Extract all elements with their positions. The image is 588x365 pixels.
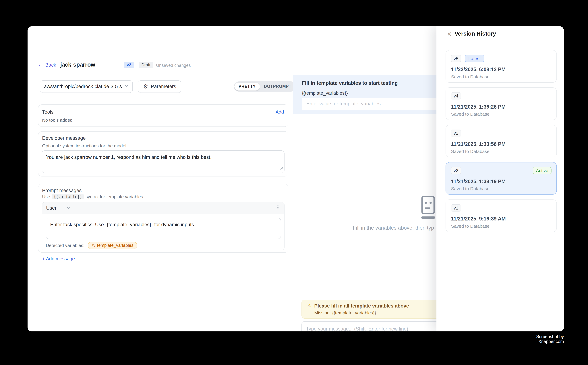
robot-icon: [421, 196, 435, 221]
version-history-title: Version History: [455, 30, 496, 37]
template-variable-label: {{template_variables}}: [302, 90, 348, 96]
latest-badge: Latest: [465, 55, 484, 62]
app-window: ← Back jack-sparrow v2 Draft Unsaved cha…: [28, 26, 564, 331]
prompt-messages-card: Prompt messages Use {{variable}} syntax …: [38, 184, 288, 253]
version-timestamp: 11/22/2025, 6:08:12 PM: [451, 67, 505, 72]
gear-icon: ⚙: [143, 84, 148, 89]
message-block: User Enter task specifics. Use {{templat…: [42, 202, 284, 250]
detected-variable-name: template_variables: [97, 243, 133, 248]
warning-missing-text: Missing: {{template_variables}}: [314, 310, 376, 316]
draft-status-badge: Draft: [139, 62, 153, 68]
version-history-divider: [436, 42, 564, 42]
version-number-badge: v1: [451, 204, 461, 211]
model-select[interactable]: aws/anthropic/bedrock-claude-3-5-s...: [40, 80, 133, 93]
version-card-v3[interactable]: v3 11/21/2025, 1:33:56 PM Saved to Datab…: [446, 125, 557, 157]
prompt-messages-title: Prompt messages: [42, 188, 82, 193]
prompt-message-input[interactable]: Enter task specifics. Use {{template_var…: [46, 218, 281, 239]
screenshot-stage: ← Back jack-sparrow v2 Draft Unsaved cha…: [0, 0, 588, 365]
model-select-value: aws/anthropic/bedrock-claude-3-5-s...: [44, 84, 124, 89]
developer-message-card: Developer message Optional system instru…: [38, 131, 288, 176]
version-number-badge: v2: [451, 167, 461, 174]
variable-syntax-chip: {{variable}}: [52, 194, 84, 199]
version-saved-status: Saved to Database: [451, 112, 490, 117]
version-timestamp: 11/21/2025, 9:16:39 AM: [451, 216, 506, 222]
tools-title: Tools: [42, 109, 54, 115]
developer-message-input[interactable]: You are jack sparrow number 1, respond a…: [42, 150, 284, 173]
parameters-label: Parameters: [151, 84, 176, 89]
close-icon[interactable]: ✕: [447, 31, 452, 37]
developer-message-subtitle: Optional system instructions for the mod…: [42, 143, 126, 148]
parameters-button[interactable]: ⚙ Parameters: [138, 80, 181, 93]
toolbar-divider: [28, 97, 293, 97]
version-history-panel: ✕ Version History v5 Latest 11/22/2025, …: [436, 26, 564, 331]
version-card-v4[interactable]: v4 11/21/2025, 1:36:28 PM Saved to Datab…: [446, 87, 557, 120]
version-saved-status: Saved to Database: [451, 74, 490, 79]
detected-variables-row: Detected variables: ✎ template_variables: [46, 242, 137, 249]
view-mode-toggle: PRETTY DOTPROMPT: [234, 81, 296, 91]
version-card-v1[interactable]: v1 11/21/2025, 9:16:39 AM Saved to Datab…: [446, 199, 557, 232]
unsaved-changes-label: Unsaved changes: [156, 63, 191, 68]
version-card-v2[interactable]: v2 Active 11/21/2025, 1:33:19 PM Saved t…: [446, 162, 557, 195]
fill-variables-title: Fill in template variables to start test…: [302, 80, 398, 86]
tools-empty-text: No tools added: [42, 118, 73, 123]
warning-triangle-icon: ⚠: [307, 303, 311, 309]
pencil-icon: ✎: [91, 243, 95, 248]
toggle-dotprompt[interactable]: DOTPROMPT: [260, 83, 296, 91]
drag-handle-icon[interactable]: [276, 204, 280, 211]
chevron-down-icon: [124, 84, 129, 90]
add-tool-button[interactable]: + Add: [272, 109, 284, 115]
version-card-v5[interactable]: v5 Latest 11/22/2025, 6:08:12 PM Saved t…: [446, 50, 557, 83]
developer-message-title: Developer message: [42, 135, 86, 141]
watermark: Screenshot by Xnapper.com: [520, 334, 564, 344]
subtitle-prefix: Use: [42, 194, 50, 199]
tools-card: Tools + Add No tools added: [38, 105, 288, 126]
version-badge: v2: [124, 62, 134, 68]
version-timestamp: 11/21/2025, 1:36:28 PM: [451, 104, 505, 110]
add-message-button[interactable]: + Add message: [42, 256, 75, 261]
subtitle-suffix: syntax for template variables: [85, 194, 143, 199]
active-badge: Active: [533, 167, 552, 174]
warning-title: Please fill in all template variables ab…: [314, 303, 409, 309]
detected-variable-pill[interactable]: ✎ template_variables: [88, 242, 137, 249]
prompt-messages-subtitle: Use {{variable}} syntax for template var…: [42, 194, 143, 199]
version-timestamp: 11/21/2025, 1:33:19 PM: [451, 179, 505, 184]
toggle-pretty[interactable]: PRETTY: [234, 83, 260, 91]
detected-variables-label: Detected variables:: [46, 243, 84, 248]
message-header: User: [42, 202, 284, 214]
version-saved-status: Saved to Database: [451, 224, 490, 229]
back-arrow-icon: ←: [38, 62, 43, 68]
role-value: User: [46, 205, 56, 211]
role-select[interactable]: User: [46, 205, 71, 211]
resize-grip-icon[interactable]: [280, 164, 283, 171]
page-title: jack-sparrow: [60, 62, 95, 68]
version-saved-status: Saved to Database: [451, 149, 490, 154]
back-label: Back: [45, 62, 56, 68]
version-saved-status: Saved to Database: [451, 186, 490, 191]
chevron-down-icon: [66, 206, 71, 210]
version-number-badge: v3: [451, 130, 461, 137]
version-number-badge: v5: [451, 55, 461, 62]
version-timestamp: 11/21/2025, 1:33:56 PM: [451, 141, 505, 147]
back-button[interactable]: ← Back: [38, 62, 56, 68]
version-number-badge: v4: [451, 92, 461, 99]
